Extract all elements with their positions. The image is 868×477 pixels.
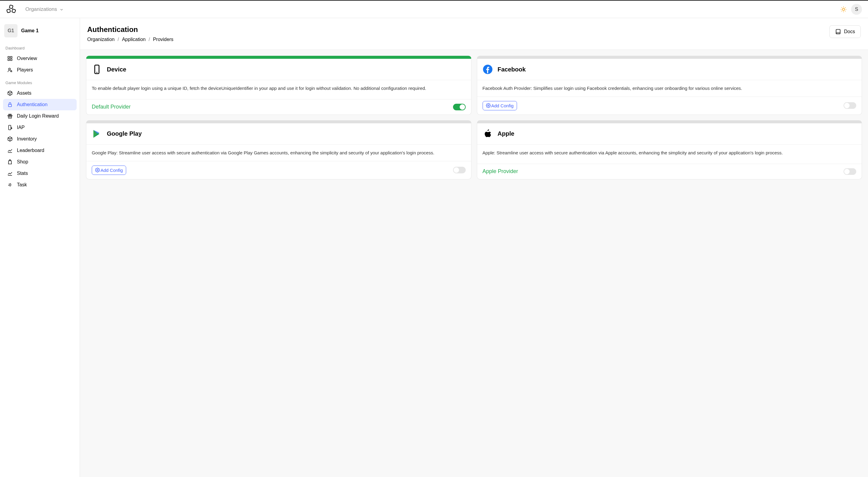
- svg-point-17: [10, 71, 12, 72]
- user-search-icon: [7, 67, 13, 73]
- sidebar-item-task[interactable]: Task: [3, 179, 77, 191]
- device-icon: [92, 64, 102, 74]
- svg-point-16: [9, 68, 10, 70]
- provider-toggle-device[interactable]: [453, 104, 466, 110]
- chart-line-icon: [7, 148, 13, 153]
- provider-toggle-facebook[interactable]: [843, 102, 856, 109]
- card-title: Device: [107, 66, 126, 73]
- topbar-right: S: [840, 4, 862, 15]
- sidebar-item-inventory[interactable]: Inventory: [3, 133, 77, 145]
- facebook-icon: [483, 64, 493, 74]
- game-selector[interactable]: G1 Game 1: [3, 23, 77, 41]
- chevron-down-icon: [59, 7, 64, 11]
- app-logo-icon: [6, 4, 16, 14]
- sidebar-item-label: Inventory: [17, 136, 37, 142]
- apple-icon: [483, 129, 493, 139]
- user-avatar[interactable]: S: [851, 4, 862, 15]
- grid-icon: [7, 56, 13, 61]
- svg-rect-24: [9, 126, 11, 130]
- shopping-bag-icon: [7, 159, 13, 165]
- sidebar-item-iap[interactable]: IAP: [3, 122, 77, 133]
- gift-icon: [7, 113, 13, 119]
- sidebar-item-label: Stats: [17, 171, 28, 176]
- sidebar-item-label: Assets: [17, 91, 31, 96]
- trending-up-icon: [7, 171, 13, 176]
- google-play-icon: [92, 129, 102, 139]
- sidebar-item-label: Overview: [17, 56, 37, 61]
- svg-rect-20: [8, 104, 12, 107]
- cards-grid: Device To enable default player login us…: [86, 56, 862, 179]
- game-badge: G1: [4, 24, 18, 37]
- sidebar-group-modules: Game Modules: [3, 76, 77, 88]
- topbar-left: Organizations: [6, 4, 64, 14]
- sidebar-item-label: Shop: [17, 159, 28, 165]
- provider-card-device: Device To enable default player login us…: [86, 56, 471, 115]
- main-content: Authentication Organization / Applicatio…: [80, 18, 868, 477]
- game-name: Game 1: [21, 28, 39, 33]
- svg-rect-0: [9, 5, 13, 8]
- docs-button[interactable]: Docs: [829, 25, 861, 38]
- organizations-dropdown[interactable]: Organizations: [25, 6, 64, 12]
- card-title: Facebook: [498, 66, 526, 73]
- topbar: Organizations S: [0, 0, 868, 18]
- sidebar-item-label: Leaderboard: [17, 148, 44, 153]
- breadcrumb-organization[interactable]: Organization: [87, 37, 115, 42]
- sidebar-item-label: Players: [17, 67, 33, 73]
- svg-line-11: [845, 7, 845, 7]
- provider-toggle-apple[interactable]: [843, 168, 856, 175]
- add-config-label: Add Config: [100, 168, 123, 173]
- avatar-initial: S: [855, 7, 858, 12]
- sidebar-item-leaderboard[interactable]: Leaderboard: [3, 145, 77, 156]
- add-config-label: Add Config: [491, 103, 514, 108]
- lock-icon: [7, 102, 13, 107]
- add-config-button-facebook[interactable]: Add Config: [483, 101, 517, 110]
- breadcrumb-separator: /: [149, 37, 150, 42]
- theme-toggle-sun-icon[interactable]: [840, 6, 847, 13]
- organizations-label: Organizations: [25, 6, 57, 12]
- provider-card-google-play: Google Play Google Play: Streamline user…: [86, 120, 471, 179]
- svg-line-18: [12, 72, 12, 72]
- sidebar-item-label: IAP: [17, 125, 25, 130]
- apple-provider-label: Apple Provider: [483, 168, 518, 175]
- pin-icon: [7, 182, 13, 188]
- sidebar-item-daily-login-reward[interactable]: Daily Login Reward: [3, 110, 77, 122]
- sidebar-item-label: Authentication: [17, 102, 48, 107]
- breadcrumb-providers[interactable]: Providers: [153, 37, 174, 42]
- svg-point-3: [842, 8, 844, 10]
- sidebar-item-authentication[interactable]: Authentication: [3, 99, 77, 110]
- breadcrumb: Organization / Application / Providers: [87, 37, 173, 42]
- page-title: Authentication: [87, 25, 173, 34]
- sidebar-item-label: Daily Login Reward: [17, 113, 59, 119]
- provider-card-facebook: Facebook Facebook Auth Provider: Simplif…: [477, 56, 862, 115]
- svg-point-33: [97, 169, 98, 171]
- sidebar-item-players[interactable]: Players: [3, 64, 77, 76]
- svg-line-7: [845, 11, 845, 11]
- phone-down-icon: [7, 125, 13, 130]
- sidebar-item-stats[interactable]: Stats: [3, 168, 77, 179]
- card-title: Apple: [498, 130, 515, 137]
- card-description: To enable default player login using a u…: [86, 80, 471, 99]
- default-provider-label: Default Provider: [92, 104, 131, 110]
- svg-line-6: [841, 7, 842, 7]
- add-config-button-google-play[interactable]: Add Config: [92, 166, 126, 175]
- box-icon: [7, 91, 13, 96]
- sidebar-item-shop[interactable]: Shop: [3, 156, 77, 168]
- provider-card-apple: Apple Apple: Streamline user access with…: [477, 120, 862, 179]
- card-description: Google Play: Streamline user access with…: [86, 145, 471, 161]
- sidebar-item-assets[interactable]: Assets: [3, 88, 77, 99]
- card-description: Facebook Auth Provider: Simplifies user …: [477, 80, 862, 97]
- package-icon: [7, 136, 13, 142]
- sidebar-group-dashboard: Dashboard: [3, 41, 77, 53]
- sidebar-item-label: Task: [17, 182, 27, 188]
- card-title: Google Play: [107, 130, 142, 137]
- gear-icon: [95, 168, 100, 172]
- sidebar: G1 Game 1 Dashboard Overview Players Gam…: [0, 18, 80, 477]
- gear-icon: [486, 103, 491, 108]
- svg-rect-12: [8, 56, 9, 58]
- sidebar-item-overview[interactable]: Overview: [3, 53, 77, 64]
- svg-point-32: [488, 105, 489, 106]
- breadcrumb-application[interactable]: Application: [122, 37, 146, 42]
- svg-rect-15: [10, 59, 12, 61]
- provider-toggle-google-play[interactable]: [453, 167, 466, 173]
- svg-line-10: [841, 11, 842, 11]
